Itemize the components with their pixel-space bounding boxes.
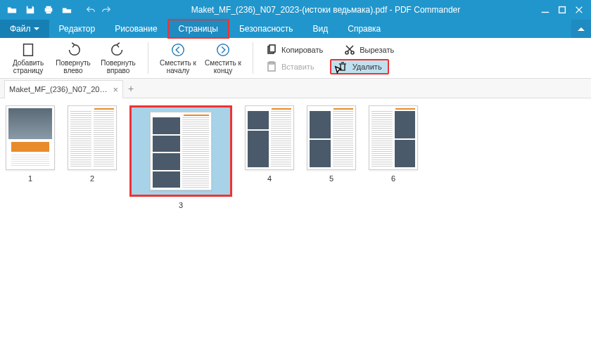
- add-page-button[interactable]: Добавить страницу: [10, 41, 46, 75]
- arrow-right-circle-icon: [215, 42, 231, 58]
- close-icon[interactable]: [574, 5, 584, 15]
- menu-help[interactable]: Справка: [338, 20, 390, 38]
- page-thumb-4[interactable]: 4: [245, 105, 294, 183]
- toolbar: Добавить страницу Повернуть влево Поверн…: [0, 38, 591, 79]
- document-tab-label: Maket_MF_(236)_N07_20…: [9, 85, 107, 93]
- menu-pages[interactable]: Страницы: [167, 19, 229, 39]
- svg-point-9: [345, 51, 348, 54]
- copy-button[interactable]: Копировать: [260, 42, 329, 58]
- copy-icon: [266, 44, 277, 56]
- menu-security[interactable]: Безопасность: [229, 20, 303, 38]
- page-number: 2: [90, 174, 94, 183]
- page-number: 5: [329, 174, 333, 183]
- paste-button: Вставить: [260, 59, 320, 74]
- document-tab-bar: Maket_MF_(236)_N07_20… × +: [0, 79, 591, 98]
- open-folder-icon[interactable]: [7, 5, 17, 15]
- scissors-icon: [344, 44, 355, 56]
- rotate-left-button[interactable]: Повернуть влево: [55, 41, 91, 75]
- clipboard-icon: [266, 61, 277, 72]
- menu-collapse-toggle[interactable]: [571, 20, 591, 38]
- svg-rect-0: [45, 8, 53, 11]
- toolbar-group-page: Добавить страницу Повернуть влево Поверн…: [6, 41, 141, 75]
- maximize-icon[interactable]: [557, 5, 567, 15]
- print-icon[interactable]: [44, 5, 53, 15]
- page-number: 1: [28, 174, 32, 183]
- undo-icon[interactable]: [86, 5, 96, 15]
- menu-file-label: Файл: [10, 24, 31, 34]
- svg-rect-3: [559, 7, 566, 13]
- menu-editor[interactable]: Редактор: [49, 20, 106, 38]
- arrow-left-circle-icon: [170, 42, 186, 58]
- svg-point-6: [217, 44, 229, 56]
- svg-rect-1: [46, 6, 51, 8]
- toolbar-separator: [253, 42, 253, 74]
- menu-file[interactable]: Файл: [0, 20, 49, 38]
- menubar: Файл Редактор Рисование Страницы Безопас…: [0, 20, 591, 38]
- page-thumb-3-selected[interactable]: 3: [129, 105, 232, 209]
- svg-rect-8: [269, 45, 275, 52]
- page-thumb-2[interactable]: 2: [68, 105, 117, 183]
- page-number: 6: [391, 174, 395, 183]
- cursor-icon: [334, 65, 345, 77]
- minimize-icon[interactable]: [540, 5, 550, 15]
- page-thumb-5[interactable]: 5: [307, 105, 356, 183]
- page-thumb-1[interactable]: 1: [6, 105, 55, 183]
- rotate-left-icon: [65, 42, 81, 58]
- page-number: 3: [179, 201, 183, 209]
- document-tab[interactable]: Maket_MF_(236)_N07_20… ×: [4, 80, 123, 98]
- cut-button[interactable]: Вырезать: [338, 42, 400, 58]
- new-tab-button[interactable]: +: [123, 83, 139, 94]
- move-start-button[interactable]: Сместить к началу: [160, 41, 196, 75]
- svg-rect-2: [46, 12, 51, 14]
- toolbar-separator: [148, 42, 148, 74]
- add-page-icon: [20, 42, 36, 58]
- toolbar-group-clipboard: Копировать Вырезать Вставить Удалить: [260, 41, 400, 75]
- folder-icon[interactable]: [62, 5, 72, 15]
- menu-view[interactable]: Вид: [303, 20, 338, 38]
- window-controls: [533, 5, 591, 15]
- rotate-right-icon: [110, 42, 126, 58]
- page-number: 4: [267, 174, 272, 183]
- svg-point-5: [172, 44, 184, 56]
- menu-drawing[interactable]: Рисование: [105, 20, 167, 38]
- redo-icon[interactable]: [101, 5, 111, 15]
- page-thumbnails: 1 2 3 4 5 6: [0, 98, 591, 216]
- titlebar: Maket_MF_(236)_N07_2023-(истоки ведьмака…: [0, 0, 591, 20]
- window-title: Maket_MF_(236)_N07_2023-(истоки ведьмака…: [118, 5, 533, 15]
- page-thumb-6[interactable]: 6: [369, 105, 418, 183]
- rotate-right-button[interactable]: Повернуть вправо: [100, 41, 136, 75]
- move-end-button[interactable]: Сместить к концу: [205, 41, 241, 75]
- history-icons: [79, 5, 118, 15]
- tab-close-icon[interactable]: ×: [113, 84, 118, 95]
- toolbar-group-move: Сместить к началу Сместить к концу: [155, 41, 246, 75]
- delete-button[interactable]: Удалить: [330, 59, 389, 74]
- svg-rect-4: [24, 44, 33, 56]
- titlebar-left-icons: [0, 5, 79, 15]
- save-icon[interactable]: [25, 5, 35, 15]
- svg-point-10: [351, 51, 354, 54]
